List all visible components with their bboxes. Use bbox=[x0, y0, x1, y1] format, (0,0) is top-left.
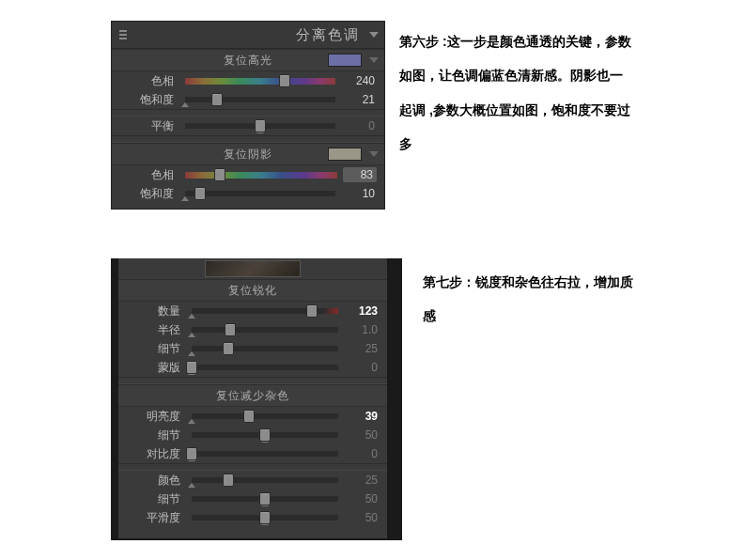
shadows-sat-track[interactable] bbox=[185, 191, 335, 196]
panel-switch-icon[interactable] bbox=[117, 30, 127, 39]
origin-mark bbox=[181, 196, 189, 201]
slider-knob[interactable] bbox=[214, 168, 225, 181]
highlights-hue-track[interactable] bbox=[185, 78, 335, 85]
divider bbox=[118, 377, 387, 384]
detail-panel: 复位锐化 数量 123 半径 1.0 细节 25 bbox=[118, 258, 387, 538]
highlights-hue-row: 色相 240 bbox=[112, 71, 384, 90]
slider-value[interactable]: 25 bbox=[344, 474, 380, 487]
sharpen-title: 复位锐化 bbox=[228, 283, 277, 299]
slider-value[interactable]: 50 bbox=[344, 511, 380, 524]
slider-value[interactable]: 50 bbox=[344, 428, 380, 442]
slider-value[interactable]: 21 bbox=[341, 93, 377, 106]
highlights-section-header: 复位高光 bbox=[112, 49, 384, 71]
slider-knob[interactable] bbox=[279, 74, 290, 87]
chevron-down-icon[interactable] bbox=[369, 57, 379, 63]
slider-knob[interactable] bbox=[259, 428, 271, 442]
origin-mark bbox=[188, 333, 195, 337]
noise-cdetail-row: 细节 50 bbox=[118, 490, 387, 508]
slider-value[interactable]: 50 bbox=[344, 492, 380, 506]
noise-ldetail-track[interactable] bbox=[192, 432, 338, 438]
slider-knob[interactable] bbox=[255, 119, 266, 132]
noise-ldetail-row: 细节 50 bbox=[118, 426, 387, 444]
slider-value[interactable]: 25 bbox=[344, 342, 380, 355]
chevron-down-icon[interactable] bbox=[369, 151, 379, 157]
sharp-mask-row: 蒙版 0 bbox=[118, 358, 387, 377]
highlights-sat-track[interactable] bbox=[185, 97, 335, 102]
slider-value[interactable]: 0 bbox=[344, 447, 380, 460]
balance-track[interactable] bbox=[185, 123, 335, 129]
slider-value[interactable]: 123 bbox=[344, 304, 380, 318]
highlights-swatch[interactable] bbox=[328, 54, 362, 67]
slider-value[interactable]: 240 bbox=[341, 74, 377, 87]
slider-label: 数量 bbox=[126, 303, 186, 319]
origin-mark bbox=[188, 419, 195, 424]
slider-knob[interactable] bbox=[211, 93, 223, 106]
slider-knob[interactable] bbox=[243, 410, 255, 423]
shadows-hue-track[interactable] bbox=[185, 172, 337, 179]
noise-csmooth-track[interactable] bbox=[192, 515, 338, 521]
sharp-detail-track[interactable] bbox=[192, 346, 338, 351]
slider-value[interactable]: 10 bbox=[341, 187, 377, 200]
shadows-sat-row: 饱和度 10 bbox=[112, 184, 384, 203]
slider-label: 细节 bbox=[126, 341, 186, 357]
slider-knob[interactable] bbox=[306, 304, 318, 318]
slider-knob[interactable] bbox=[259, 511, 271, 524]
slider-label: 饱和度 bbox=[119, 92, 179, 108]
sharp-amount-row: 数量 123 bbox=[118, 302, 387, 320]
slider-value[interactable]: 83 bbox=[343, 167, 377, 182]
divider bbox=[118, 463, 387, 471]
slider-value[interactable]: 0 bbox=[341, 119, 377, 132]
panel-header: 分离色调 bbox=[112, 22, 384, 49]
slider-label: 色相 bbox=[119, 167, 179, 183]
highlights-title: 复位高光 bbox=[224, 53, 272, 69]
shadows-swatch[interactable] bbox=[328, 148, 362, 161]
slider-knob[interactable] bbox=[223, 342, 234, 355]
slider-label: 平滑度 bbox=[126, 510, 186, 526]
slider-label: 蒙版 bbox=[126, 360, 186, 376]
highlights-sat-row: 饱和度 21 bbox=[112, 90, 384, 109]
origin-mark bbox=[181, 102, 189, 107]
sharp-amount-track[interactable] bbox=[192, 308, 338, 314]
slider-knob[interactable] bbox=[259, 492, 271, 506]
origin-mark bbox=[188, 351, 195, 356]
slider-knob[interactable] bbox=[194, 187, 206, 200]
noise-lcontrast-row: 对比度 0 bbox=[118, 444, 387, 463]
sharp-radius-track[interactable] bbox=[192, 327, 338, 333]
slider-label: 饱和度 bbox=[119, 186, 179, 202]
noise-lcontrast-track[interactable] bbox=[192, 451, 338, 457]
collapse-icon[interactable] bbox=[369, 32, 379, 38]
slider-label: 对比度 bbox=[126, 446, 186, 462]
noise-lum-row: 明亮度 39 bbox=[118, 407, 387, 426]
origin-mark bbox=[188, 483, 195, 488]
slider-value[interactable]: 39 bbox=[344, 410, 380, 423]
slider-knob[interactable] bbox=[225, 323, 236, 336]
step6-note: 第六步 :这一步是颜色通透的关键，参数如图，让色调偏蓝色清新感。阴影也一起调 ,… bbox=[399, 24, 634, 162]
noise-cdetail-track[interactable] bbox=[192, 496, 338, 502]
shadows-hue-row: 色相 83 bbox=[112, 165, 384, 184]
slider-knob[interactable] bbox=[186, 361, 197, 374]
noise-title: 复位减少杂色 bbox=[216, 388, 289, 404]
split-toning-panel: 分离色调 复位高光 色相 240 饱和度 21 平衡 0 复位阴影 bbox=[111, 21, 385, 210]
slider-value[interactable]: 0 bbox=[344, 361, 380, 374]
noise-section-header: 复位减少杂色 bbox=[118, 384, 387, 407]
slider-knob[interactable] bbox=[186, 447, 197, 460]
slider-value[interactable]: 1.0 bbox=[344, 323, 380, 336]
noise-color-row: 颜色 25 bbox=[118, 471, 387, 490]
divider bbox=[112, 135, 384, 143]
slider-label: 细节 bbox=[126, 428, 186, 443]
slider-label: 细节 bbox=[126, 491, 186, 507]
sharpen-section-header: 复位锐化 bbox=[118, 279, 387, 302]
sharp-mask-track[interactable] bbox=[192, 365, 338, 370]
slider-knob[interactable] bbox=[223, 474, 234, 487]
panel-title: 分离色调 bbox=[296, 26, 360, 44]
slider-label: 平衡 bbox=[119, 118, 179, 134]
origin-mark bbox=[188, 314, 195, 319]
noise-csmooth-row: 平滑度 50 bbox=[118, 508, 387, 527]
slider-label: 半径 bbox=[126, 322, 186, 338]
noise-lum-track[interactable] bbox=[192, 413, 338, 419]
sharp-radius-row: 半径 1.0 bbox=[118, 320, 387, 339]
balance-row: 平衡 0 bbox=[112, 117, 384, 135]
noise-color-track[interactable] bbox=[192, 477, 338, 483]
shadows-title: 复位阴影 bbox=[224, 147, 272, 163]
detail-preview-thumb[interactable] bbox=[205, 260, 301, 277]
